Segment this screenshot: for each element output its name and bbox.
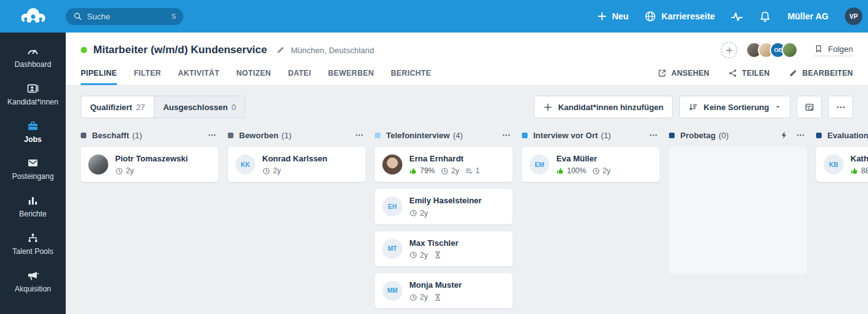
stage-name: Beworben [239,131,278,140]
rating-value: 100% [567,166,586,175]
candidate-name: Max Tischler [409,238,459,248]
follow-button[interactable]: Folgen [814,44,853,56]
candidate-card[interactable]: EHEmily Haselsteiner2y [375,189,513,224]
candidate-card[interactable]: Erna Ernhardt79%2y1 [375,147,513,182]
tab-notizen[interactable]: NOTIZEN [237,61,271,85]
sidebar-item-label: Dashboard [14,61,51,69]
bearbeiten-button[interactable]: BEARBEITEN [789,69,853,78]
pipeline-board: Qualifiziert27Ausgeschlossen0 Kandidat*i… [66,86,868,314]
candidate-rating: 100% [556,166,586,175]
company-name[interactable]: Müller AG [787,11,829,21]
follower-avatar[interactable] [782,42,798,58]
filter-qualifiziert[interactable]: Qualifiziert27 [81,96,155,118]
sidebar-item-berichte[interactable]: Berichte [0,193,66,220]
candidate-avatar: EM [529,154,549,175]
chevron-down-icon [775,104,781,110]
sidebar-item-jobs[interactable]: Jobs [0,119,66,146]
tab-datei[interactable]: DATEI [288,61,311,85]
clock-icon [592,167,600,175]
segment-label: Qualifiziert [90,103,132,112]
stage-count: (0) [718,131,728,140]
teilen-button[interactable]: TEILEN [728,69,770,78]
candidate-card[interactable]: EMEva Müller100%2y [522,147,660,182]
filter-ausgeschlossen[interactable]: Ausgeschlossen0 [155,96,245,118]
candidate-info: Max Tischler2y [409,238,459,260]
time-value: 2y [420,209,428,218]
view-settings-button[interactable] [797,96,822,118]
candidate-card[interactable]: MMMonja Muster2y [375,273,513,308]
candidate-card[interactable]: Piotr Tomaszewski2y [81,147,218,182]
column-header-actions [355,131,365,139]
column-menu-button[interactable] [208,131,217,139]
pipeline-column-beschafft: Beschafft(1)Piotr Tomaszewski2y [81,129,218,308]
sidebar-item-posteingang[interactable]: Posteingang [0,156,66,183]
clock-icon [441,167,449,175]
candidate-card[interactable]: KBKatha88% [816,147,868,182]
stage-name: Beschafft [92,131,129,140]
tab-aktivität[interactable]: AKTIVITÄT [178,61,219,85]
add-follower-button[interactable] [721,42,737,58]
candidate-card[interactable]: KKKonrad Karlssen2y [228,147,365,182]
automation-button[interactable] [780,131,789,139]
stage-count: (4) [453,131,463,140]
candidate-meta: 2y [409,209,482,218]
edit-pencil-icon[interactable] [276,46,285,54]
tab-pipeline[interactable]: PIPELINE [81,61,117,85]
tab-filter[interactable]: FILTER [134,61,161,85]
add-candidates-label: Kandidat*innen hinzufügen [558,103,663,112]
activity-button[interactable] [731,11,743,23]
plus-icon [597,11,607,21]
column-menu-button[interactable] [502,131,511,139]
column-header-actions [502,131,513,139]
sort-button[interactable]: Keine Sortierung [679,96,790,118]
job-location: München, Deutschland [291,46,374,55]
gauge-icon [27,45,39,57]
tabs-row: PIPELINEFILTERAKTIVITÄTNOTIZENDATEIBEWER… [66,61,868,85]
career-site-button[interactable]: Karriereseite [645,11,715,22]
sort-label: Keine Sortierung [703,103,769,112]
time-in-stage: 2y [592,166,611,175]
stage-color-square [81,133,86,138]
sidebar-item-label: Akquisition [14,285,51,294]
hourglass-icon [434,293,442,301]
add-candidates-button[interactable]: Kandidat*innen hinzufügen [534,96,673,118]
empty-column-dropzone [669,147,807,274]
candidate-avatar [382,154,402,175]
sidebar-item-talent-pools[interactable]: Talent Pools [0,231,66,258]
clock-icon [409,251,417,259]
tab-berichte[interactable]: BERICHTE [391,61,431,85]
tab-bewerben[interactable]: BEWERBEN [328,61,374,85]
column-cards: Erna Ernhardt79%2y1EHEmily Haselsteiner2… [375,147,513,308]
column-cards: KBKatha88% [816,147,868,182]
candidate-meta: 79%2y1 [409,166,479,175]
topbar: S Neu Karriereseite Müller AG VP [0,0,868,33]
search-box[interactable]: S [66,8,183,25]
sidebar-item-dashboard[interactable]: Dashboard [0,44,66,71]
sidebar-item-akquisition[interactable]: Akquisition [0,268,66,295]
board-toolbar: Qualifiziert27Ausgeschlossen0 Kandidat*i… [81,96,868,118]
external-link-icon [658,69,666,78]
notifications-button[interactable] [759,11,771,23]
column-menu-button[interactable] [355,131,364,139]
dots-h-icon [208,131,217,139]
column-menu-button[interactable] [796,131,805,139]
new-button-label: Neu [612,11,628,21]
app-logo[interactable] [0,6,66,27]
user-avatar[interactable]: VP [845,8,862,25]
search-input[interactable] [87,12,166,21]
candidate-card[interactable]: MTMax Tischler2y [375,231,513,266]
ansehen-button[interactable]: ANSEHEN [658,69,710,78]
checklist-icon [465,167,473,175]
bookmark-icon [814,44,823,53]
sidebar-item-label: Posteingang [12,173,54,181]
new-button[interactable]: Neu [597,11,628,21]
column-menu-button[interactable] [649,131,658,139]
pipeline-column-evaluation: EvaluationKBKatha88% [816,129,868,308]
time-in-stage: 2y [115,166,134,175]
board-more-button[interactable] [828,96,853,118]
column-cards: EMEva Müller100%2y [522,147,660,182]
stage-name: Telefoninterview [386,131,450,140]
sidebar-item-kandidat-innen[interactable]: Kandidat*innen [0,81,66,108]
rating-value: 88% [861,166,868,175]
candidate-info: Emily Haselsteiner2y [409,196,482,217]
